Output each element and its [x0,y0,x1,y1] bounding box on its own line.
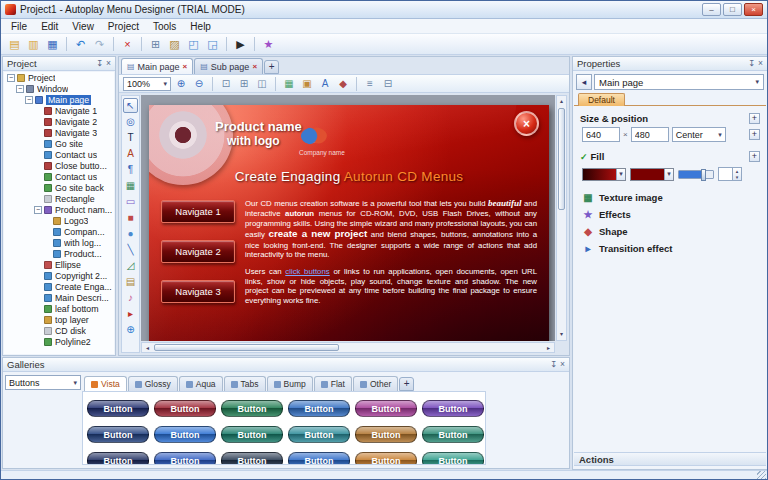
fill-color-2[interactable]: ▾ [630,168,674,181]
tree-item-project[interactable]: −Project [4,72,114,83]
minimize-button[interactable]: – [702,3,721,16]
insert-shape-button[interactable]: ◆ [335,76,351,91]
redo-button[interactable]: ↷ [91,36,108,52]
property-section-texture-image[interactable]: ▦Texture image [582,190,760,205]
gallery-button-sample[interactable]: Button [355,400,417,417]
tree-item-cd-disk[interactable]: CD disk [4,325,114,336]
gallery-tab-other[interactable]: Other [353,376,398,391]
align-combo[interactable]: Center ▾ [672,127,726,142]
gallery-tab-flat[interactable]: Flat [314,376,352,391]
design-viewport[interactable]: Product name with logo Company name × Cr… [141,95,555,341]
tree-item-main-page[interactable]: −Main page [4,94,114,105]
gallery-button-sample[interactable]: Button [221,452,283,465]
new-button[interactable]: ▤ [6,36,23,52]
tree-item-ellipse[interactable]: Ellipse [4,259,114,270]
gallery-button-sample[interactable]: Button [87,452,149,465]
menu-item-file[interactable]: File [4,20,34,33]
undo-button[interactable]: ↶ [72,36,89,52]
tree-item-contact-us[interactable]: Contact us [4,171,114,182]
gallery-tab-tabs[interactable]: Tabs [224,376,266,391]
gallery-button-sample[interactable]: Button [355,426,417,443]
height-field[interactable] [631,127,669,142]
gallery-tab-vista[interactable]: Vista [84,376,127,391]
gallery-button-sample[interactable]: Button [87,426,149,443]
property-section-transition-effect[interactable]: ▸Transition effect [582,241,760,256]
gallery-button-sample[interactable]: Button [154,400,216,417]
insert-table-button[interactable]: ▦ [281,76,297,91]
polyline-tool[interactable]: ◿ [123,258,138,273]
design-navigate-3-button[interactable]: Navigate 3 [161,280,235,303]
gallery-button-sample[interactable]: Button [154,452,216,465]
gallery-button-sample[interactable]: Button [288,452,350,465]
gallery-button-sample[interactable]: Button [288,400,350,417]
zoom-combo[interactable]: 100% ▾ [123,77,171,91]
menu-item-tools[interactable]: Tools [146,20,183,33]
gallery-button-sample[interactable]: Button [355,452,417,465]
resize-grip[interactable] [757,471,766,479]
tab-default[interactable]: Default [578,93,625,106]
pin-icon[interactable]: ↧ [748,59,755,68]
tab-close-icon[interactable]: × [183,62,188,71]
pin-icon[interactable]: ↧ [550,360,557,369]
menu-item-edit[interactable]: Edit [34,20,65,33]
tree-expander-icon[interactable]: − [7,74,15,82]
spinner-arrows-icon[interactable]: ▴▾ [732,168,741,180]
property-section-effects[interactable]: ★Effects [582,207,760,222]
zoom-tool[interactable]: ◎ [123,114,138,129]
design-close-button[interactable]: × [514,111,539,136]
paste-button[interactable]: ▨ [166,36,183,52]
save-button[interactable]: ▦ [44,36,61,52]
expand-icon[interactable]: + [749,151,760,162]
zoom-out-button[interactable]: ⊖ [191,76,207,91]
tab-main-page[interactable]: ▤Main page× [121,58,193,74]
tree-item-window[interactable]: −Window [4,83,114,94]
pin-icon[interactable]: ↧ [96,59,103,68]
tree-item-polyline2[interactable]: Polyline2 [4,336,114,347]
tree-expander-icon[interactable]: − [25,96,33,104]
gallery-tab-bump[interactable]: Bump [267,376,313,391]
snap-button[interactable]: ◫ [254,76,270,91]
tree-item-top-layer[interactable]: top layer [4,314,114,325]
line-tool[interactable]: ╲ [123,242,138,257]
preview-button[interactable]: ▶ [232,36,249,52]
wizard-button[interactable]: ★ [260,36,277,52]
tree-item-leaf-bottom[interactable]: leaf bottom [4,303,114,314]
tree-item-product[interactable]: Product... [4,248,114,259]
gallery-button-sample[interactable]: Button [221,400,283,417]
tree-item-navigate-2[interactable]: Navigate 2 [4,116,114,127]
menu-item-help[interactable]: Help [183,20,218,33]
gallery-button-sample[interactable]: Button [221,426,283,443]
tree-item-main-descri[interactable]: Main Descri... [4,292,114,303]
web-tool[interactable]: ⊕ [123,322,138,337]
width-field[interactable] [582,127,620,142]
tree-item-rectangle[interactable]: Rectangle [4,193,114,204]
tree-item-close-butto[interactable]: Close butto... [4,160,114,171]
sound-tool[interactable]: ♪ [123,290,138,305]
tree-expander-icon[interactable]: − [34,206,42,214]
tree-item-copyright-2[interactable]: Copyright 2... [4,270,114,281]
scroll-right-icon[interactable]: ▸ [544,344,553,353]
gallery-button-sample[interactable]: Button [87,400,149,417]
gallery-button-sample[interactable]: Button [422,452,484,465]
gallery-tab-aqua[interactable]: Aqua [179,376,223,391]
tree-item-navigate-3[interactable]: Navigate 3 [4,127,114,138]
send-back-button[interactable]: ◲ [204,36,221,52]
add-page-tab[interactable]: + [264,60,279,74]
properties-target-combo[interactable]: Main page ▾ [594,74,764,90]
grid-button[interactable]: ⊞ [236,76,252,91]
tree-item-compan[interactable]: Compan... [4,226,114,237]
rectangle-tool[interactable]: ■ [123,210,138,225]
insert-image-button[interactable]: ▣ [299,76,315,91]
tree-item-create-enga[interactable]: Create Enga... [4,281,114,292]
design-navigate-2-button[interactable]: Navigate 2 [161,240,235,263]
vertical-scroll-thumb[interactable] [558,108,565,210]
image-tool[interactable]: ▦ [123,178,138,193]
fill-color-1[interactable]: ▾ [582,168,626,181]
menu-item-project[interactable]: Project [101,20,146,33]
horizontal-scrollbar[interactable]: ◂ ▸ [141,342,555,353]
paragraph-tool[interactable]: ¶ [123,162,138,177]
zoom-in-button[interactable]: ⊕ [173,76,189,91]
tree-item-product-nam[interactable]: −Product nam... [4,204,114,215]
gallery-category-combo[interactable]: Buttons ▾ [5,375,81,390]
copy-button[interactable]: ⊞ [147,36,164,52]
